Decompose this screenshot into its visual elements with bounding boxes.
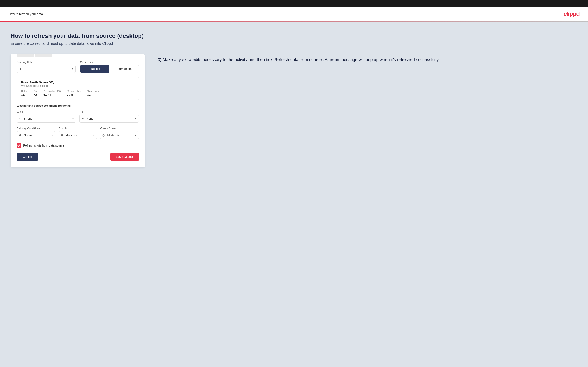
yards-value: 6,744 <box>43 93 61 96</box>
starting-hole-group: Starting Hole 1 10 ▾ <box>17 60 76 73</box>
holes-value: 18 <box>21 93 27 96</box>
form-card: Starting Hole 1 10 ▾ Game Type Practice … <box>10 54 145 167</box>
stat-par: Par 72 <box>34 90 37 96</box>
conditions-row-2: Fairway Conditions ⬟ Normal Firm Soft ▾ … <box>17 127 139 139</box>
rain-label: Rain <box>79 110 139 113</box>
rough-select[interactable]: Moderate Light Heavy <box>59 131 97 139</box>
rough-group: Rough ⬟ Moderate Light Heavy ▾ <box>59 127 97 139</box>
course-rating-value: 72.5 <box>67 93 81 96</box>
header: How to refresh your data clippd <box>0 7 588 21</box>
fairway-select-wrapper: ⬟ Normal Firm Soft ▾ <box>17 131 55 139</box>
footer: Copyright Clippd 2022 <box>0 364 588 367</box>
stat-holes: Holes 18 <box>21 90 27 96</box>
course-location: Westward Ho!, England <box>21 84 134 87</box>
content-layout: Starting Hole 1 10 ▾ Game Type Practice … <box>10 54 578 167</box>
practice-button[interactable]: Practice <box>80 65 109 73</box>
wind-select-wrapper: ≋ Strong Light None ▾ <box>17 115 76 123</box>
stat-course-rating: Course rating 72.5 <box>67 90 81 96</box>
side-description-text: 3) Make any extra edits necessary to the… <box>158 56 578 63</box>
starting-hole-wrapper: 1 10 ▾ <box>17 65 76 73</box>
rain-group: Rain ✦ None Light Heavy ▾ <box>79 110 139 123</box>
partial-tab-2 <box>35 54 52 57</box>
page-subheading: Ensure the correct and most up to date d… <box>10 41 578 46</box>
top-bar <box>0 0 588 7</box>
rain-select-wrapper: ✦ None Light Heavy ▾ <box>79 115 139 123</box>
green-speed-group: Green Speed ◎ Moderate Fast Slow ▾ <box>100 127 139 139</box>
button-row: Cancel Save Details <box>17 153 139 161</box>
slope-label: Slope rating <box>87 90 100 92</box>
stat-slope: Slope rating 134 <box>87 90 100 96</box>
partial-tab <box>17 54 34 57</box>
green-speed-label: Green Speed <box>100 127 139 130</box>
game-type-toggle: Practice Tournament <box>80 65 139 73</box>
save-button[interactable]: Save Details <box>110 153 139 161</box>
wind-rain-row: Wind ≋ Strong Light None ▾ Rain ✦ <box>17 110 139 123</box>
rough-label: Rough <box>59 127 97 130</box>
form-row-top: Starting Hole 1 10 ▾ Game Type Practice … <box>17 60 139 73</box>
fairway-label: Fairway Conditions <box>17 127 55 130</box>
tournament-button[interactable]: Tournament <box>109 65 138 73</box>
rain-select[interactable]: None Light Heavy <box>79 115 139 123</box>
logo: clippd <box>564 10 579 17</box>
refresh-checkbox-row: Refresh shots from data source <box>17 143 139 148</box>
starting-hole-label: Starting Hole <box>17 60 76 64</box>
par-label: Par <box>34 90 37 92</box>
game-type-group: Game Type Practice Tournament <box>80 60 139 73</box>
conditions-section-title: Weather and course conditions (optional) <box>17 104 139 107</box>
wind-select[interactable]: Strong Light None <box>17 115 76 123</box>
fairway-group: Fairway Conditions ⬟ Normal Firm Soft ▾ <box>17 127 55 139</box>
green-speed-select-wrapper: ◎ Moderate Fast Slow ▾ <box>100 131 139 139</box>
course-rating-label: Course rating <box>67 90 81 92</box>
starting-hole-select[interactable]: 1 10 <box>17 65 76 73</box>
course-info-box: Royal North Devon GC, Westward Ho!, Engl… <box>17 77 139 100</box>
course-stats: Holes 18 Par 72 Yards/White (M)) 6,744 C… <box>21 90 134 96</box>
green-speed-select[interactable]: Moderate Fast Slow <box>100 131 139 139</box>
refresh-checkbox[interactable] <box>17 143 21 148</box>
slope-value: 134 <box>87 93 100 96</box>
course-name: Royal North Devon GC, <box>21 81 134 84</box>
header-title: How to refresh your data <box>9 12 43 16</box>
rough-select-wrapper: ⬟ Moderate Light Heavy ▾ <box>59 131 97 139</box>
page-heading: How to refresh your data from source (de… <box>10 33 578 39</box>
stat-yards: Yards/White (M)) 6,744 <box>43 90 61 96</box>
fairway-select[interactable]: Normal Firm Soft <box>17 131 55 139</box>
game-type-label: Game Type <box>80 60 139 64</box>
cancel-button[interactable]: Cancel <box>17 153 38 161</box>
refresh-checkbox-label: Refresh shots from data source <box>23 144 64 147</box>
wind-label: Wind <box>17 110 76 113</box>
wind-group: Wind ≋ Strong Light None ▾ <box>17 110 76 123</box>
yards-label: Yards/White (M)) <box>43 90 61 92</box>
side-description: 3) Make any extra edits necessary to the… <box>158 54 578 63</box>
holes-label: Holes <box>21 90 27 92</box>
par-value: 72 <box>34 93 37 96</box>
main-content: How to refresh your data from source (de… <box>0 22 588 364</box>
